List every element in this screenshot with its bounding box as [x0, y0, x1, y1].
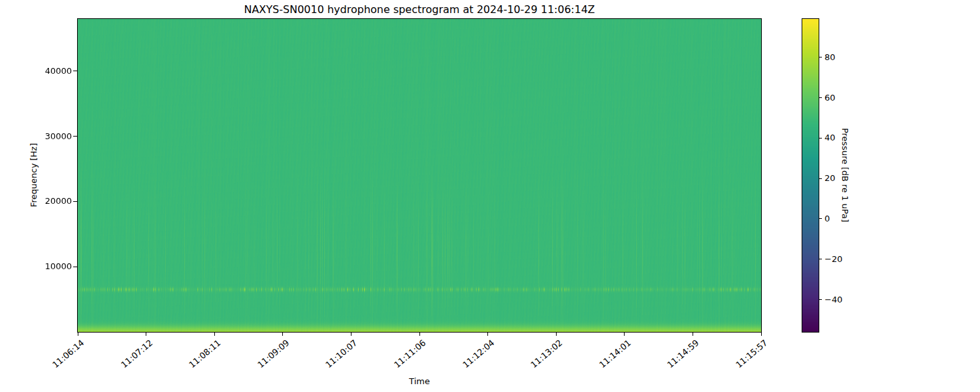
y-tick-mark [73, 267, 77, 267]
y-tick-mark [73, 201, 77, 202]
spectrogram-figure: NAXYS-SN0010 hydrophone spectrogram at 2… [0, 0, 980, 392]
colorbar-tick-mark [819, 57, 822, 57]
colorbar-tick-mark [819, 138, 822, 139]
plot-area [77, 18, 762, 333]
colorbar-gradient [802, 19, 819, 332]
y-tick-mark [73, 136, 77, 137]
colorbar-tick-label: 0 [825, 213, 830, 225]
x-tick-mark [556, 333, 557, 336]
x-tick-mark [761, 333, 762, 336]
chart-title: NAXYS-SN0010 hydrophone spectrogram at 2… [244, 3, 595, 16]
colorbar-tick-mark [819, 259, 822, 259]
y-tick-label: 10000 [31, 261, 72, 272]
colorbar-label: Pressure [dB re 1 uPa] [840, 128, 850, 222]
colorbar-tick-mark [819, 218, 822, 219]
colorbar-tick-mark [819, 178, 822, 179]
x-tick-mark [214, 333, 215, 336]
y-tick-mark [73, 71, 77, 71]
colorbar-tick-label: −40 [825, 294, 842, 306]
x-axis-label: Time [409, 376, 430, 386]
x-tick-mark [487, 333, 488, 336]
colorbar-tick-label: −20 [825, 253, 842, 265]
x-tick-mark [78, 333, 78, 336]
x-tick-mark [146, 333, 146, 336]
colorbar-tick-label: 20 [825, 172, 836, 184]
colorbar-tick-label: 80 [825, 52, 836, 63]
y-tick-label: 30000 [31, 131, 72, 142]
x-tick-mark [282, 333, 283, 336]
colorbar-tick-label: 60 [825, 92, 836, 104]
colorbar-tick-label: 40 [825, 132, 836, 144]
x-tick-mark [419, 333, 420, 336]
colorbar-tick-mark [819, 97, 822, 98]
y-tick-label: 40000 [31, 65, 72, 77]
colorbar [802, 18, 819, 333]
x-tick-mark [624, 333, 625, 336]
colorbar-tick-mark [819, 299, 822, 300]
x-tick-mark [693, 333, 693, 336]
y-tick-label: 20000 [31, 195, 72, 207]
x-tick-mark [351, 333, 351, 336]
spectrogram-heatmap [78, 19, 761, 332]
x-tick-label: 11:06:14 [0, 338, 86, 392]
